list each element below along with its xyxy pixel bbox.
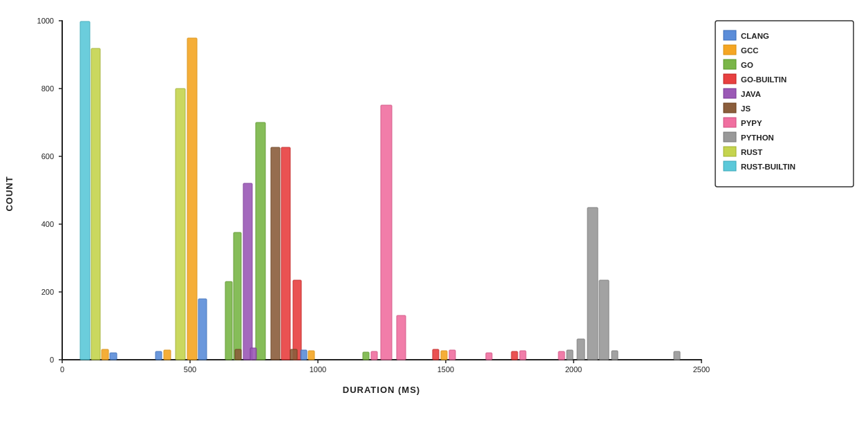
svg-text:0: 0 [50, 356, 54, 364]
bar-python-5 [612, 351, 618, 360]
bar-rust-1 [91, 48, 100, 360]
legend-rust-swatch [724, 147, 736, 156]
bar-go-1 [256, 122, 265, 360]
bar-gcc-1small [102, 349, 108, 360]
legend-java-swatch [724, 89, 736, 98]
svg-text:200: 200 [41, 288, 54, 296]
bar-gcc-3 [308, 351, 314, 360]
legend-clang-label: CLANG [741, 32, 769, 40]
bar-python-2 [599, 280, 609, 360]
bar-js-1 [271, 147, 280, 360]
legend-rust-label: RUST [741, 148, 762, 156]
legend-go-label: GO [741, 61, 753, 69]
svg-text:1000: 1000 [37, 17, 54, 25]
svg-text:1000: 1000 [310, 365, 326, 374]
bar-gcc-4 [441, 351, 447, 360]
bar-pypy-4 [449, 350, 455, 360]
bar-clang-3 [301, 350, 307, 360]
legend-gcc-label: GCC [741, 46, 759, 55]
legend-python-swatch [724, 132, 736, 142]
bar-python-1 [587, 208, 598, 360]
bar-clang-2b [155, 351, 162, 360]
bar-python-3 [577, 339, 585, 360]
bar-go-1c [225, 282, 232, 360]
legend-gobuiltin-label: GO-BUILTIN [741, 75, 786, 84]
bar-gobuiltin-3 [511, 351, 518, 360]
chart-container: 0 200 400 600 800 1000 0 500 1000 1500 2… [0, 0, 868, 422]
histogram-chart: 0 200 400 600 800 1000 0 500 1000 1500 2… [0, 0, 868, 422]
legend-js-swatch [724, 103, 736, 113]
svg-text:2500: 2500 [693, 365, 710, 374]
svg-text:800: 800 [41, 84, 54, 93]
bar-gobuiltin-1 [281, 147, 290, 360]
bar-gcc-2b [164, 350, 171, 360]
bar-rust-builtin-1 [80, 21, 90, 360]
bar-python-6 [674, 351, 680, 360]
bar-clang-1small [110, 353, 117, 360]
legend-go-swatch [724, 59, 736, 69]
legend-rustbuiltin-label: RUST-BUILTIN [741, 163, 795, 171]
bar-pypy-6 [520, 351, 526, 360]
legend-rustbuiltin-swatch [724, 161, 736, 171]
bar-pypy-2 [397, 315, 406, 360]
legend-python-label: PYTHON [741, 134, 774, 142]
bar-java-1b [250, 348, 256, 360]
legend-js-label: JS [741, 104, 751, 113]
legend-clang-swatch [724, 30, 736, 40]
bar-gobuiltin-2 [433, 349, 439, 360]
bar-js-1b [235, 349, 241, 360]
y-axis-label: COUNT [4, 176, 15, 211]
bar-js-1c [290, 349, 297, 360]
x-axis-label: DURATION (MS) [343, 385, 420, 395]
bar-pypy-5 [486, 353, 492, 360]
bar-clang-2 [198, 299, 207, 360]
bar-go-2 [363, 352, 369, 360]
bar-rust-2 [176, 89, 185, 360]
svg-text:500: 500 [184, 365, 196, 374]
svg-text:400: 400 [41, 220, 54, 228]
legend-gcc-swatch [724, 45, 736, 55]
bar-java-1 [243, 183, 252, 360]
bar-go-1b [234, 232, 241, 360]
bar-pypy-1 [381, 105, 392, 360]
bar-gobuiltin-1b [293, 280, 301, 360]
legend-pypy-label: PYPY [741, 119, 762, 127]
legend-java-label: JAVA [741, 90, 761, 98]
bar-pypy-7 [558, 351, 565, 360]
bar-python-4 [567, 350, 573, 360]
bar-pypy-3 [371, 351, 377, 360]
svg-text:2000: 2000 [565, 365, 582, 374]
svg-text:1500: 1500 [437, 365, 454, 374]
legend-pypy-swatch [724, 118, 736, 127]
bar-gcc-2 [187, 38, 197, 360]
svg-text:600: 600 [41, 152, 54, 160]
legend-gobuiltin-swatch [724, 74, 736, 84]
svg-text:0: 0 [60, 365, 64, 374]
